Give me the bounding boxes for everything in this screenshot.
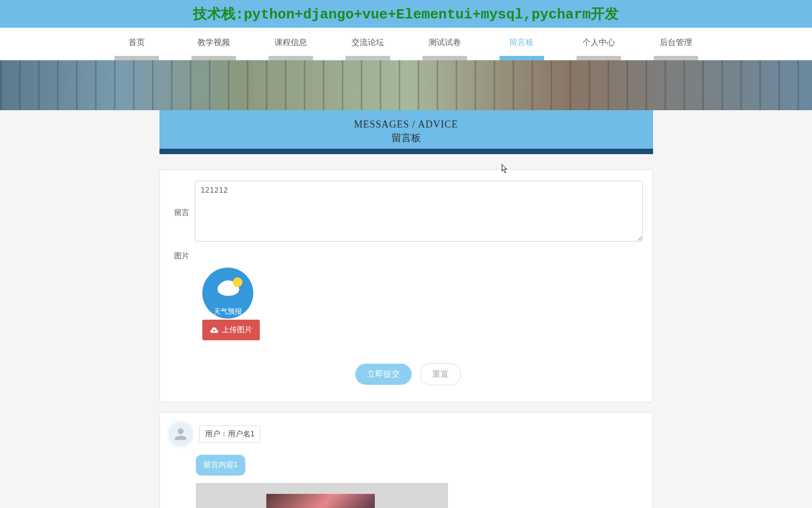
form-actions: 立即提交 重置 — [174, 363, 643, 385]
nav-item-1[interactable]: 教学视频 — [175, 28, 252, 60]
nav-underline — [577, 56, 621, 60]
nav-underline — [268, 56, 313, 60]
nav-item-label: 个人中心 — [583, 37, 615, 47]
user-tag: 用户：用户名1 — [199, 426, 261, 443]
nav-item-label: 首页 — [129, 37, 145, 47]
cloud-upload-icon — [210, 326, 219, 334]
nav-item-label: 留言板 — [509, 37, 534, 47]
message-row: 留言 — [174, 181, 643, 242]
avatar — [169, 422, 193, 446]
nav-item-4[interactable]: 测试试卷 — [406, 28, 483, 60]
image-row: 图片 — [174, 248, 643, 261]
nav-item-label: 教学视频 — [197, 37, 230, 47]
nav-item-2[interactable]: 课程信息 — [252, 28, 329, 60]
nav-underline — [114, 56, 159, 60]
nav-item-7[interactable]: 后台管理 — [637, 28, 714, 60]
nav-item-label: 测试试卷 — [429, 37, 461, 47]
nav-underline — [654, 56, 698, 60]
nav-item-3[interactable]: 交流论坛 — [329, 28, 406, 60]
nav-container: 首页教学视频课程信息交流论坛测试试卷留言板个人中心后台管理 — [0, 28, 812, 60]
submit-button[interactable]: 立即提交 — [355, 364, 412, 385]
nav-item-label: 课程信息 — [274, 37, 307, 47]
hero-image — [0, 60, 812, 110]
content-wrapper: MESSAGES / ADVICE 留言板 留言 图片 天气预报 上传图片 立即… — [159, 110, 653, 508]
nav-menu: 首页教学视频课程信息交流论坛测试试卷留言板个人中心后台管理 — [0, 28, 812, 60]
nav-item-label: 后台管理 — [660, 37, 692, 47]
reset-button[interactable]: 重置 — [420, 363, 461, 385]
nav-underline — [346, 56, 390, 60]
upload-button-label: 上传图片 — [222, 325, 252, 335]
message-textarea[interactable] — [195, 181, 643, 242]
page-title-block: MESSAGES / ADVICE 留言板 — [159, 110, 653, 154]
message-attached-image — [196, 483, 448, 508]
nav-item-label: 交流论坛 — [351, 37, 384, 47]
message-item-card: 用户：用户名1 留言内容1 — [159, 412, 653, 508]
image-preview[interactable]: 天气预报 — [202, 268, 253, 319]
page-title-english: MESSAGES / ADVICE — [159, 119, 653, 130]
image-label: 图片 — [174, 248, 194, 261]
upload-image-button[interactable]: 上传图片 — [202, 320, 260, 340]
nav-underline — [423, 56, 467, 60]
nav-item-0[interactable]: 首页 — [98, 28, 175, 60]
message-label: 留言 — [174, 181, 194, 218]
message-content: 留言内容1 — [196, 455, 246, 475]
image-preview-text: 天气预报 — [202, 307, 253, 316]
nav-underline — [191, 56, 236, 60]
page-title-chinese: 留言板 — [159, 131, 653, 149]
top-banner: 技术栈:python+django+vue+Elementui+mysql,py… — [0, 0, 812, 28]
nav-underline — [500, 56, 544, 60]
nav-item-5[interactable]: 留言板 — [483, 28, 560, 60]
user-icon — [172, 426, 189, 443]
banner-text: 技术栈:python+django+vue+Elementui+mysql,py… — [193, 7, 619, 23]
nav-item-6[interactable]: 个人中心 — [560, 28, 637, 60]
message-header: 用户：用户名1 — [169, 422, 644, 446]
message-form-card: 留言 图片 天气预报 上传图片 立即提交 重置 — [159, 169, 653, 402]
